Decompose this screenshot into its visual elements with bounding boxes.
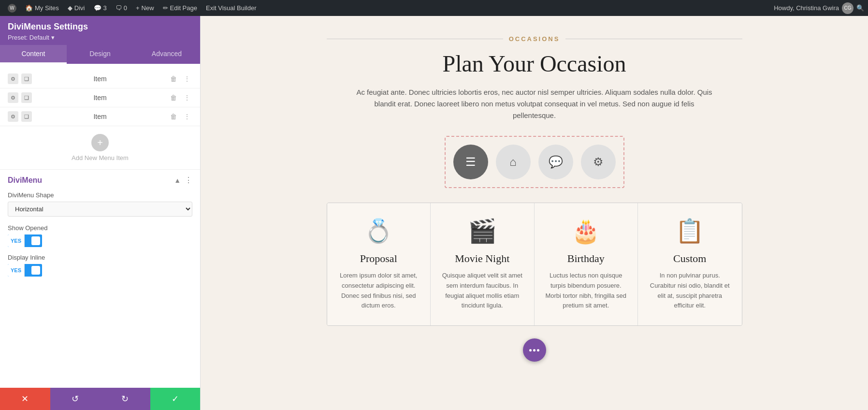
header-line-left <box>327 39 503 39</box>
redo-button[interactable]: ↻ <box>100 388 150 410</box>
toggle-thumb <box>31 266 40 275</box>
show-opened-toggle: Show Opened YES <box>8 224 192 247</box>
card-text: Lorem ipsum dolor sit amet, consectetur … <box>337 271 421 311</box>
item-actions: 🗑 ⋮ <box>168 92 192 103</box>
occasions-header: OCCASIONS <box>327 35 742 43</box>
cancel-button[interactable]: ✕ <box>0 388 50 410</box>
toggle-track <box>25 264 42 277</box>
delete-icon[interactable]: 🗑 <box>168 111 179 122</box>
comment-icon: 🗨 <box>116 4 122 12</box>
card-title: Custom <box>648 252 732 265</box>
chat-icon: 💬 <box>549 155 563 169</box>
bottom-toolbar: ✕ ↺ ↻ ✓ <box>0 388 200 410</box>
redo-icon: ↻ <box>121 394 129 404</box>
display-inline-label: Display Inline <box>8 254 192 261</box>
section-more-button[interactable]: ⋮ <box>185 176 192 185</box>
preview-area: OCCASIONS Plan Your Occasion Ac feugiat … <box>201 16 868 410</box>
save-icon: ✓ <box>172 394 179 404</box>
dot <box>533 349 535 351</box>
add-new-menu-item[interactable]: + Add New Menu Item <box>0 126 200 169</box>
list-item: ⚙ ❑ Item 🗑 ⋮ <box>0 107 200 126</box>
delete-icon[interactable]: 🗑 <box>168 73 179 84</box>
home-icon: ⌂ <box>509 155 517 169</box>
copy-icon[interactable]: ❑ <box>21 111 32 122</box>
copy-icon[interactable]: ❑ <box>21 73 32 84</box>
card-movie-night: 🎬 Movie Night Quisque aliquet velit sit … <box>431 203 535 325</box>
divimenu-section: DiviMenu ▲ ⋮ DiviMenu Shape Horizontal V… <box>0 169 200 289</box>
more-icon[interactable]: ⋮ <box>182 92 192 103</box>
panel-preset[interactable]: Preset: Default ▾ <box>8 34 192 41</box>
new-comment-button[interactable]: 🗨 0 <box>112 0 131 16</box>
hamburger-icon: ☰ <box>465 155 476 169</box>
menu-icon-chat[interactable]: 💬 <box>538 145 573 179</box>
yes-label: YES <box>8 264 25 277</box>
exit-visual-builder-button[interactable]: Exit Visual Builder <box>202 0 260 16</box>
panel-tabs: Content Design Advanced <box>0 45 200 64</box>
fab-button[interactable] <box>523 338 546 362</box>
undo-button[interactable]: ↺ <box>50 388 101 410</box>
dot <box>529 349 532 351</box>
display-inline-button[interactable]: YES <box>8 264 42 277</box>
card-text: In non pulvinar purus. Curabitur nisi od… <box>648 271 732 311</box>
wp-admin-bar: W 🏠 My Sites ◆ Divi 💬 3 🗨 0 + New ✏ Edit… <box>0 0 868 16</box>
edit-page-button[interactable]: ✏ Edit Page <box>159 0 201 16</box>
panel-header: DiviMenus Settings Preset: Default ▾ <box>0 16 200 45</box>
edit-icon: ✏ <box>163 4 168 12</box>
item-label: Item <box>36 75 164 83</box>
movie-icon: 🎬 <box>440 218 524 245</box>
settings-icon[interactable]: ⚙ <box>8 92 18 103</box>
wp-logo-button[interactable]: W <box>4 0 20 16</box>
fab-dots <box>529 349 539 351</box>
card-title: Proposal <box>337 252 421 265</box>
list-item: ⚙ ❑ Item 🗑 ⋮ <box>0 88 200 107</box>
divi-icon: ◆ <box>68 4 72 12</box>
tools-icon: ⚙ <box>593 155 604 169</box>
card-proposal: 💍 Proposal Lorem ipsum dolor sit amet, c… <box>327 203 431 325</box>
menu-icon-home[interactable]: ⌂ <box>496 145 531 179</box>
add-label: Add New Menu Item <box>72 154 129 161</box>
proposal-icon: 💍 <box>337 218 421 245</box>
item-icons: ⚙ ❑ <box>8 73 32 84</box>
plus-icon: + <box>136 4 140 12</box>
yes-label: YES <box>8 234 25 247</box>
card-custom: 📋 Custom In non pulvinar purus. Curabitu… <box>638 203 742 325</box>
copy-icon[interactable]: ❑ <box>21 92 32 103</box>
collapse-button[interactable]: ▲ <box>174 176 181 184</box>
comments-button[interactable]: 💬 3 <box>90 0 111 16</box>
home-icon: 🏠 <box>25 4 33 12</box>
settings-icon[interactable]: ⚙ <box>8 73 18 84</box>
my-sites-button[interactable]: 🏠 My Sites <box>21 0 63 16</box>
new-button[interactable]: + New <box>132 0 158 16</box>
tab-advanced[interactable]: Advanced <box>133 45 200 64</box>
divi-button[interactable]: ◆ Divi <box>64 0 89 16</box>
undo-icon: ↺ <box>72 394 79 404</box>
shape-field: DiviMenu Shape Horizontal Vertical Circl… <box>8 191 192 217</box>
settings-panel: DiviMenus Settings Preset: Default ▾ Con… <box>0 16 201 410</box>
user-greeting: Howdy, Christina Gwira CG 🔍 <box>774 2 864 14</box>
settings-icon[interactable]: ⚙ <box>8 111 18 122</box>
header-line-right <box>565 39 742 39</box>
item-label: Item <box>36 113 164 120</box>
divimenu-header: DiviMenu ▲ ⋮ <box>8 176 192 185</box>
save-button[interactable]: ✓ <box>150 388 201 410</box>
menu-icon-tools[interactable]: ⚙ <box>581 145 616 179</box>
item-icons: ⚙ ❑ <box>8 92 32 103</box>
show-opened-button[interactable]: YES <box>8 234 42 247</box>
panel-body: ⚙ ❑ Item 🗑 ⋮ ⚙ ❑ Item 🗑 ⋮ <box>0 64 200 388</box>
more-icon[interactable]: ⋮ <box>182 73 192 84</box>
card-text: Quisque aliquet velit sit amet sem inter… <box>440 271 524 311</box>
tab-content[interactable]: Content <box>0 45 67 64</box>
more-icon[interactable]: ⋮ <box>182 111 192 122</box>
shape-select[interactable]: Horizontal Vertical Circle <box>8 202 192 217</box>
delete-icon[interactable]: 🗑 <box>168 92 179 103</box>
shape-label: DiviMenu Shape <box>8 191 192 199</box>
item-actions: 🗑 ⋮ <box>168 73 192 84</box>
page-title: Plan Your Occasion <box>327 50 742 77</box>
menu-icon-menu[interactable]: ☰ <box>453 145 488 179</box>
toggle-track <box>25 234 42 247</box>
tab-design[interactable]: Design <box>67 45 133 64</box>
add-icon[interactable]: + <box>91 134 109 151</box>
dot <box>537 349 539 351</box>
menu-icons-widget: ☰ ⌂ 💬 ⚙ <box>445 136 624 188</box>
search-icon[interactable]: 🔍 <box>856 4 864 12</box>
